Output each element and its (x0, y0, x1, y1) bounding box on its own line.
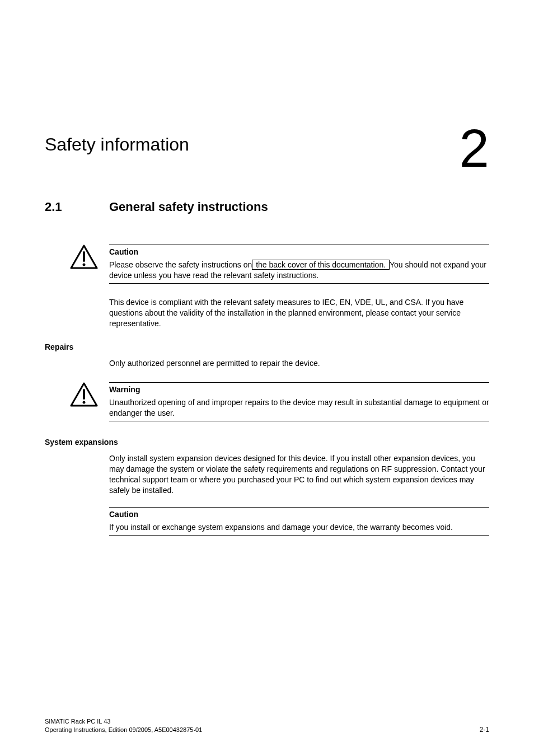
divider (109, 382, 489, 383)
divider (109, 245, 489, 245)
caution-content-1: Caution Please observe the safety instru… (109, 242, 489, 286)
system-expansions-content: Only install system expansion devices de… (109, 453, 489, 496)
compliance-text: This device is compliant with the releva… (109, 297, 489, 329)
divider (109, 421, 489, 421)
back-cover-link[interactable]: the back cover of this documentation. (252, 260, 390, 270)
system-expansions-heading: System expansions (45, 438, 489, 447)
svg-point-2 (83, 264, 86, 266)
warning-text-1: Unauthorized opening of and improper rep… (109, 397, 489, 419)
divider (109, 535, 489, 536)
divider (109, 283, 489, 284)
caution-label: Caution (109, 247, 489, 256)
footer-page-number: 2-1 (480, 726, 489, 734)
caution-block-1: Caution Please observe the safety instru… (70, 242, 489, 286)
repairs-text: Only authorized personnel are permitted … (109, 358, 489, 369)
compliance-paragraph: This device is compliant with the releva… (109, 297, 489, 329)
warning-content-1: Warning Unauthorized opening of and impr… (109, 380, 489, 424)
page-footer: SIMATIC Rack PC IL 43 Operating Instruct… (45, 717, 489, 734)
chapter-title: Safety information (45, 134, 489, 155)
svg-point-5 (83, 401, 86, 404)
chapter-number: 2 (460, 118, 489, 179)
section-title: General safety instructions (109, 200, 268, 214)
page-container: 2 Safety information 2.1 General safety … (0, 0, 534, 756)
caution-label-2: Caution (109, 510, 489, 519)
caution-text-1: Please observe the safety instructions o… (109, 260, 489, 281)
section-number: 2.1 (45, 200, 109, 214)
warning-label: Warning (109, 385, 489, 394)
system-expansions-text: Only install system expansion devices de… (109, 453, 489, 496)
footer-left: SIMATIC Rack PC IL 43 Operating Instruct… (45, 717, 202, 734)
section-header: 2.1 General safety instructions (45, 200, 489, 214)
caution-text-2: If you install or exchange system expans… (109, 522, 489, 533)
caution-icon (70, 242, 101, 272)
repairs-heading: Repairs (45, 342, 489, 351)
caution-text-before: Please observe the safety instructions o… (109, 260, 252, 269)
caution-block-2: Caution If you install or exchange syste… (109, 507, 489, 536)
footer-doc-info: Operating Instructions, Edition 09/2005,… (45, 726, 202, 734)
footer-product: SIMATIC Rack PC IL 43 (45, 717, 202, 725)
warning-icon (70, 380, 101, 410)
divider (109, 507, 489, 508)
warning-block-1: Warning Unauthorized opening of and impr… (70, 380, 489, 424)
repairs-content: Only authorized personnel are permitted … (109, 358, 489, 369)
